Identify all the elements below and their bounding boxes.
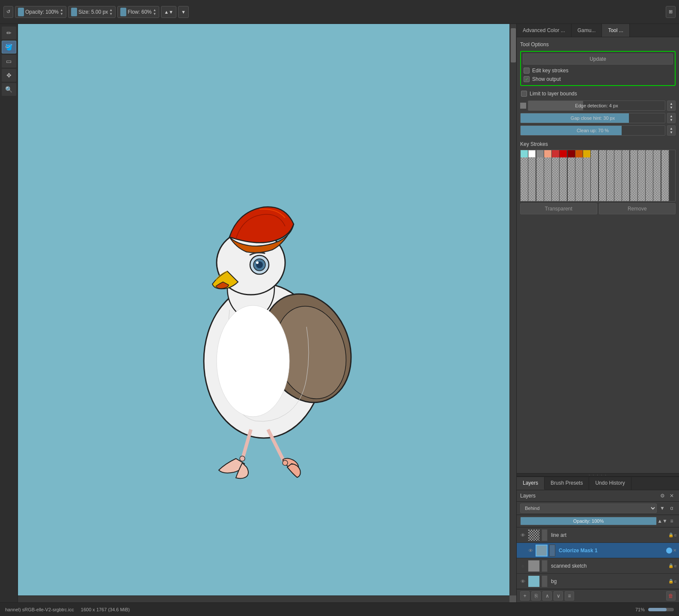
layers-filter-icon[interactable]: ▼ — [658, 504, 666, 512]
ks-checker-cell[interactable] — [622, 194, 629, 201]
ks-checker-cell[interactable] — [661, 165, 669, 172]
ks-checker-cell[interactable] — [568, 165, 575, 172]
ks-checker-cell[interactable] — [661, 194, 669, 201]
ks-checker-cell[interactable] — [599, 172, 606, 179]
ks-checker-cell[interactable] — [568, 157, 575, 165]
ks-checker-cell[interactable] — [583, 165, 590, 172]
layer-item-scanned-sketch[interactable]: ○ scanned sketch 🔒 α — [517, 558, 679, 574]
ks-checker-cell[interactable] — [528, 172, 536, 179]
ks-checker-cell[interactable] — [646, 194, 653, 201]
size-arrows[interactable]: ▲▼ — [109, 8, 113, 16]
ks-color-white[interactable] — [528, 150, 536, 157]
ks-color-orange[interactable] — [575, 150, 583, 157]
ks-checker-cell[interactable] — [653, 172, 661, 179]
remove-button[interactable]: Remove — [599, 203, 676, 214]
ks-checker-cell[interactable] — [661, 179, 669, 187]
ks-checker-cell[interactable] — [614, 194, 622, 201]
ks-color-cyan[interactable] — [521, 150, 528, 157]
ks-checker-cell[interactable] — [521, 187, 528, 194]
ks-checker-cell[interactable] — [521, 179, 528, 187]
ks-checker-cell[interactable] — [599, 187, 606, 194]
ks-checker-cell[interactable] — [528, 194, 536, 201]
tab-undo-history[interactable]: Undo History — [589, 477, 631, 490]
flow-arrows[interactable]: ▲▼ — [153, 8, 156, 16]
ks-color-red-med[interactable] — [552, 150, 559, 157]
ks-color-peach[interactable] — [544, 150, 551, 157]
ks-checker-cell[interactable] — [646, 187, 653, 194]
ks-checker-cell[interactable] — [575, 157, 583, 165]
layers-close-icon[interactable]: ✕ — [668, 492, 676, 500]
opacity-arrows[interactable]: ▲▼ — [60, 8, 63, 16]
copy-layer-btn[interactable]: ⎘ — [531, 591, 541, 601]
ks-checker-cell[interactable] — [560, 194, 567, 201]
delete-layer-btn[interactable]: 🗑 — [666, 591, 676, 601]
ks-checker-cell[interactable] — [528, 157, 536, 165]
ks-checker-cell[interactable] — [583, 194, 590, 201]
ks-checker-cell[interactable] — [521, 172, 528, 179]
ks-checker-cell[interactable] — [630, 179, 637, 187]
ks-checker-cell[interactable] — [614, 187, 622, 194]
ks-checker-cell[interactable] — [521, 165, 528, 172]
ks-checker-cell[interactable] — [599, 157, 606, 165]
ks-checker-cell[interactable] — [536, 187, 544, 194]
tab-advanced-color[interactable]: Advanced Color ... — [517, 24, 572, 37]
tool-colorize[interactable]: 🪣 — [2, 41, 16, 53]
refresh-button[interactable]: ↺ — [3, 6, 13, 18]
ks-checker-cell[interactable] — [630, 194, 637, 201]
add-layer-btn[interactable]: + — [520, 591, 530, 601]
ks-checker-cell[interactable] — [599, 179, 606, 187]
ks-checker-cell[interactable] — [622, 179, 629, 187]
ks-checker-cell[interactable] — [583, 157, 590, 165]
ks-checker-cell[interactable] — [568, 187, 575, 194]
ks-checker-cell[interactable] — [638, 172, 645, 179]
ks-color-gray[interactable] — [536, 150, 544, 157]
clean-up-spinbox[interactable]: ▲ ▼ — [667, 125, 676, 136]
ks-checker-cell[interactable] — [528, 165, 536, 172]
brush-options-button[interactable]: ▼ — [178, 6, 189, 18]
show-output-checkbox[interactable]: ✓ — [524, 76, 530, 82]
window-expand-button[interactable]: ⊞ — [666, 6, 676, 18]
layer-visibility-line-art[interactable]: 👁 — [519, 532, 526, 539]
ks-checker-cell[interactable] — [544, 194, 551, 201]
edge-detection-spinbox[interactable]: ▲ ▼ — [667, 101, 676, 111]
transparent-button[interactable]: Transparent — [520, 203, 597, 214]
layer-visibility-colorize[interactable]: 👁 — [527, 547, 534, 554]
ks-checker-cell[interactable] — [638, 194, 645, 201]
layers-settings-icon[interactable]: ⚙ — [658, 492, 666, 500]
ks-checker-cell[interactable] — [638, 165, 645, 172]
gap-close-slider[interactable]: Gap close hint: 30 px — [520, 113, 665, 123]
limit-layer-checkbox[interactable] — [521, 91, 527, 97]
ks-checker-cell[interactable] — [568, 172, 575, 179]
ks-checker-cell[interactable] — [607, 187, 614, 194]
layer-item-bg[interactable]: 👁 bg 🔒 α — [517, 574, 679, 589]
ks-checker-cell[interactable] — [630, 165, 637, 172]
ks-checker-cell[interactable] — [638, 157, 645, 165]
ks-checker-cell[interactable] — [552, 172, 559, 179]
layers-blend-mode-select[interactable]: Behind — [520, 503, 657, 513]
ks-checker-cell[interactable] — [630, 187, 637, 194]
tool-select[interactable]: ▭ — [2, 55, 16, 68]
ks-checker-cell[interactable] — [552, 187, 559, 194]
layer-item-line-art[interactable]: 👁 line art 🔒 α — [517, 527, 679, 543]
ks-checker-cell[interactable] — [614, 165, 622, 172]
ks-checker-cell[interactable] — [536, 157, 544, 165]
ks-checker-cell[interactable] — [614, 179, 622, 187]
ks-checker-cell[interactable] — [646, 179, 653, 187]
ks-checker-cell[interactable] — [575, 194, 583, 201]
ks-checker-cell[interactable] — [607, 194, 614, 201]
ks-checker-cell[interactable] — [544, 172, 551, 179]
ks-checker-cell[interactable] — [591, 157, 598, 165]
layer-item-colorize-mask[interactable]: 👁 Colorize Mask 1 ✕ — [517, 543, 679, 558]
ks-checker-cell[interactable] — [653, 165, 661, 172]
ks-checker-cell[interactable] — [638, 187, 645, 194]
opacity-extra-icon[interactable]: ≡ — [668, 517, 676, 525]
ks-checker-cell[interactable] — [661, 157, 669, 165]
tool-zoom[interactable]: 🔍 — [2, 83, 16, 96]
ks-checker-cell[interactable] — [536, 165, 544, 172]
ks-checker-cell[interactable] — [528, 179, 536, 187]
ks-checker-cell[interactable] — [630, 172, 637, 179]
ks-checker-cell[interactable] — [552, 179, 559, 187]
ks-checker-cell[interactable] — [622, 187, 629, 194]
ks-checker-cell[interactable] — [583, 179, 590, 187]
ks-checker-cell[interactable] — [544, 165, 551, 172]
